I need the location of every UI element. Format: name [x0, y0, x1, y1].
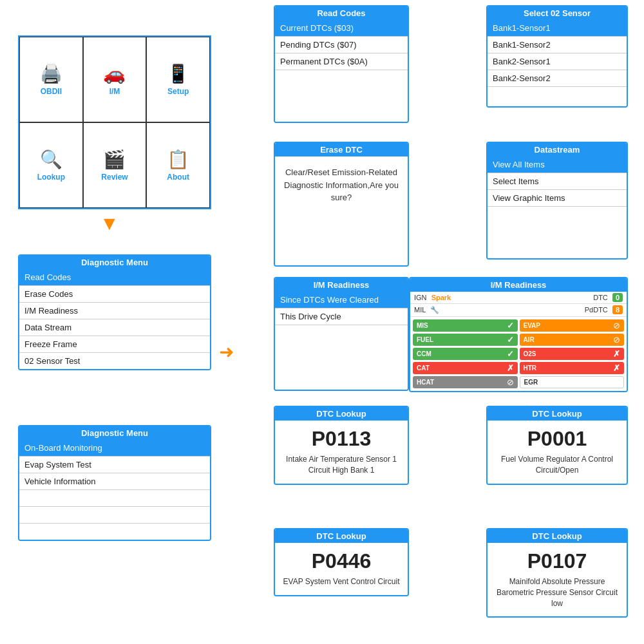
o2-bank2-sensor2[interactable]: Bank2-Sensor2: [488, 70, 627, 87]
im-pddtc-value: 8: [612, 305, 623, 314]
read-permanent-dtcs[interactable]: Permanent DTCs ($0A): [275, 53, 408, 70]
im-o2s-label: O2S: [524, 350, 536, 357]
dtc-lookup-1-panel: DTC Lookup P0113 Intake Air Temperature …: [274, 406, 409, 485]
im-large-header: I/M Readiness: [410, 278, 627, 292]
im-pddtc: PdDTC 8: [585, 306, 623, 314]
im-fuel-label: FUEL: [417, 336, 433, 343]
ds-empty: [488, 207, 627, 258]
im-evap-status: ⊘: [613, 321, 620, 330]
im-mil: MIL 🔧: [414, 306, 439, 314]
erase-dtc-header: Erase DTC: [275, 143, 408, 156]
dtc-lookup-4-panel: DTC Lookup P0107 Mainifold Absolute Pres…: [486, 528, 628, 618]
erase-dtc-body: Clear/Reset Emission-Related Diagnostic …: [275, 156, 408, 265]
ds-view-all[interactable]: View All Items: [488, 156, 627, 173]
im-ign: IGN Spark: [414, 294, 451, 301]
dtc-lookup-2-header: DTC Lookup: [488, 407, 627, 421]
diag-item-im-readiness[interactable]: I/M Readiness: [19, 303, 210, 319]
erase-dtc-panel: Erase DTC Clear/Reset Emission-Related D…: [274, 142, 409, 267]
o2-bank1-sensor1[interactable]: Bank1-Sensor1: [488, 20, 627, 37]
select-o2-header: Select 02 Sensor: [488, 6, 627, 20]
review-label: Review: [101, 173, 128, 182]
diag-item-vehicle-info[interactable]: Vehicle Information: [19, 473, 210, 490]
im-htr-status: ✗: [613, 363, 620, 373]
dtc-lookup-3-panel: DTC Lookup P0446 EVAP System Vent Contro…: [274, 528, 409, 596]
read-pending-dtcs[interactable]: Pending DTCs ($07): [275, 37, 408, 53]
im-dtc-label: DTC: [593, 294, 608, 301]
dtc-lookup-2-panel: DTC Lookup P0001 Fuel Volume Regulator A…: [486, 406, 628, 485]
ds-select-items[interactable]: Select Items: [488, 173, 627, 190]
im-this-cycle[interactable]: This Drive Cycle: [275, 308, 408, 325]
lookup-label: Lookup: [37, 173, 65, 182]
diag-menu-2: Diagnostic Menu On-Board Monitoring Evap…: [18, 425, 211, 541]
im-egr-label: EGR: [524, 379, 538, 386]
im-small-body: Since DTCs Were Cleared This Drive Cycle: [275, 292, 408, 390]
menu-review[interactable]: 🎬 Review: [83, 122, 147, 208]
im-ccm: CCM ✓: [413, 348, 518, 360]
menu-obdii[interactable]: 🖨️ OBDII: [19, 37, 83, 122]
im-readiness-small-panel: I/M Readiness Since DTCs Were Cleared Th…: [274, 277, 409, 391]
dtc-lookup-1-body: P0113 Intake Air Temperature Sensor 1 Ci…: [275, 421, 408, 484]
datastream-panel: Datastream View All Items Select Items V…: [486, 142, 628, 260]
diag-item-o2-sensor[interactable]: 02 Sensor Test: [19, 353, 210, 369]
dtc-lookup-2-body: P0001 Fuel Volume Regulator A Control Ci…: [488, 421, 627, 484]
dtc-lookup-4-header: DTC Lookup: [488, 529, 627, 543]
erase-dtc-text: Clear/Reset Emission-Related Diagnostic …: [275, 156, 408, 214]
about-icon: 📋: [167, 149, 189, 170]
o2-bank2-sensor1[interactable]: Bank2-Sensor1: [488, 53, 627, 70]
im-air: AIR ⊘: [520, 334, 625, 346]
im-hcat: HCAT ⊘: [413, 376, 518, 388]
im-air-status: ⊘: [613, 335, 620, 345]
erase-dtc-empty: [275, 214, 408, 265]
im-empty: [275, 325, 408, 390]
im-dtc: DTC 0: [593, 294, 623, 301]
im-info-row1: IGN Spark DTC 0: [410, 292, 627, 304]
im-dtc-value: 0: [612, 293, 623, 302]
obdii-icon: 🖨️: [40, 63, 62, 84]
diag-item-empty-3: [19, 524, 210, 540]
diag-item-data-stream[interactable]: Data Stream: [19, 319, 210, 336]
diag-menu-2-header: Diagnostic Menu: [19, 426, 210, 440]
im-small-header: I/M Readiness: [275, 278, 408, 292]
im-since-cleared[interactable]: Since DTCs Were Cleared: [275, 292, 408, 308]
menu-grid: 🖨️ OBDII 🚗 I/M 📱 Setup 🔍 Lookup 🎬 Review…: [19, 37, 210, 208]
menu-lookup[interactable]: 🔍 Lookup: [19, 122, 83, 208]
dtc-2-code: P0001: [488, 421, 627, 454]
read-empty-1: [275, 70, 408, 122]
im-pddtc-label: PdDTC: [585, 306, 608, 314]
diag-menu-1-body: Read Codes Erase Codes I/M Readiness Dat…: [19, 269, 210, 369]
diag-menu-1: Diagnostic Menu Read Codes Erase Codes I…: [18, 254, 211, 370]
diag-item-evap[interactable]: Evap System Test: [19, 457, 210, 473]
diag-item-erase-codes[interactable]: Erase Codes: [19, 286, 210, 303]
ds-view-graphic[interactable]: View Graphic Items: [488, 190, 627, 207]
im-fuel: FUEL ✓: [413, 334, 518, 346]
datastream-header: Datastream: [488, 143, 627, 156]
setup-label: Setup: [167, 87, 189, 96]
im-status-grid: MIS ✓ EVAP ⊘ FUEL ✓ AIR ⊘ CCM ✓ O2S ✗: [410, 317, 627, 391]
im-evap-label: EVAP: [524, 322, 541, 329]
im-ign-value: Spark: [431, 294, 451, 301]
menu-im[interactable]: 🚗 I/M: [83, 37, 147, 122]
read-current-dtcs[interactable]: Current DTCs ($03): [275, 20, 408, 37]
diag-item-freeze-frame[interactable]: Freeze Frame: [19, 336, 210, 353]
dtc-3-desc: EVAP System Vent Control Circuit: [275, 576, 408, 595]
menu-about[interactable]: 📋 About: [146, 122, 210, 208]
diag-item-read-codes[interactable]: Read Codes: [19, 269, 210, 286]
o2-bank1-sensor2[interactable]: Bank1-Sensor2: [488, 37, 627, 53]
im-hcat-status: ⊘: [507, 377, 514, 387]
datastream-body: View All Items Select Items View Graphic…: [488, 156, 627, 258]
im-label: I/M: [109, 87, 120, 96]
im-icon: 🚗: [103, 63, 126, 84]
obdii-label: OBDII: [41, 87, 62, 96]
select-o2-panel: Select 02 Sensor Bank1-Sensor1 Bank1-Sen…: [486, 5, 628, 108]
im-evap: EVAP ⊘: [520, 319, 625, 332]
read-codes-panel: Read Codes Current DTCs ($03) Pending DT…: [274, 5, 409, 123]
diag-item-onboard[interactable]: On-Board Monitoring: [19, 440, 210, 457]
menu-setup[interactable]: 📱 Setup: [146, 37, 210, 122]
dtc-lookup-4-body: P0107 Mainifold Absolute Pressure Barome…: [488, 543, 627, 616]
im-readiness-large-panel: I/M Readiness IGN Spark DTC 0 MIL 🔧 PdDT…: [409, 277, 628, 392]
read-codes-header: Read Codes: [275, 6, 408, 20]
setup-icon: 📱: [167, 63, 189, 84]
dtc-lookup-1-header: DTC Lookup: [275, 407, 408, 421]
im-ccm-status: ✓: [507, 349, 514, 359]
diag-item-empty-2: [19, 507, 210, 524]
